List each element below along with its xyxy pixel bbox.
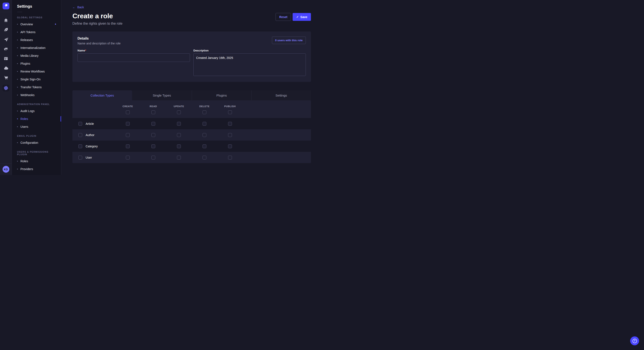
permission-checkbox-delete[interactable] [202, 133, 206, 137]
rail-divider [0, 12, 12, 12]
sidebar-item-internationalization[interactable]: Internationalization [12, 44, 61, 52]
home-nav-button[interactable] [4, 18, 8, 23]
gear-icon [4, 86, 8, 90]
notification-dot [55, 24, 56, 25]
bullet-icon [17, 126, 18, 127]
tab-collection-types[interactable]: Collection Types [72, 90, 132, 100]
home-icon [4, 18, 8, 22]
permission-checkbox-update[interactable] [177, 133, 181, 137]
sidebar-item-webhooks[interactable]: Webhooks [12, 91, 61, 99]
bullet-icon [17, 55, 18, 56]
permission-checkbox-create[interactable] [126, 156, 130, 160]
bullet-icon [17, 118, 18, 119]
select-all-publish-checkbox[interactable] [228, 110, 232, 114]
permission-checkbox-create[interactable] [126, 133, 130, 137]
select-all-update-checkbox[interactable] [177, 110, 181, 114]
permission-checkbox-delete[interactable] [202, 156, 206, 160]
permission-checkbox-publish[interactable] [228, 156, 232, 160]
sidebar-item-roles-admin[interactable]: Roles [12, 115, 61, 123]
main-nav-rail: KD [0, 0, 12, 175]
permission-checkbox-delete[interactable] [202, 122, 206, 126]
sidebar-item-media-library[interactable]: Media Library [12, 52, 61, 59]
details-card-subtitle: Name and description of the role [78, 42, 120, 45]
row-label: Article [86, 122, 94, 126]
sidebar-item-transfer-tokens[interactable]: Transfer Tokens [12, 83, 61, 91]
permission-checkbox-publish[interactable] [228, 133, 232, 137]
sidebar-item-audit-logs[interactable]: Audit Logs [12, 107, 61, 115]
reset-button[interactable]: Reset [276, 13, 291, 21]
media-library-nav-button[interactable] [4, 46, 8, 51]
active-item-indicator [60, 116, 61, 122]
sidebar-item-configuration[interactable]: Configuration [12, 139, 61, 147]
sidebar-item-roles-up[interactable]: Roles [12, 157, 61, 165]
sidebar-item-releases[interactable]: Releases [12, 36, 61, 44]
column-header-delete: DELETE [192, 105, 217, 108]
paper-plane-icon [4, 37, 8, 42]
users-with-role-button[interactable]: 0 users with this role [272, 37, 306, 44]
strapi-logo-icon [4, 3, 8, 9]
bullet-icon [17, 95, 18, 95]
select-all-create-checkbox[interactable] [126, 110, 130, 114]
details-card-title: Details [78, 37, 120, 40]
page-title-block: Create a role Define the rights given to… [72, 12, 122, 25]
content-nav-button[interactable] [4, 27, 8, 32]
row-select-checkbox[interactable] [78, 122, 82, 126]
bullet-icon [17, 63, 18, 64]
save-button[interactable]: ✓ Save [292, 13, 311, 21]
cart-icon [4, 75, 8, 80]
column-header-read: READ [140, 105, 166, 108]
tab-single-types[interactable]: Single Types [132, 90, 192, 100]
sidebar-item-providers[interactable]: Providers [12, 165, 61, 173]
permission-checkbox-publish[interactable] [228, 122, 232, 126]
column-header-create: CREATE [115, 105, 140, 108]
feather-icon [4, 27, 8, 32]
permission-checkbox-update[interactable] [177, 122, 181, 126]
row-select-checkbox[interactable] [78, 133, 82, 137]
marketplace-nav-button[interactable] [4, 75, 8, 80]
settings-nav-button[interactable] [2, 85, 9, 91]
tab-settings[interactable]: Settings [251, 90, 311, 100]
permission-checkbox-update[interactable] [177, 156, 181, 160]
layout-icon [4, 56, 8, 61]
sidebar-item-api-tokens[interactable]: API Tokens [12, 28, 61, 36]
tab-plugins[interactable]: Plugins [192, 90, 251, 100]
row-select-checkbox[interactable] [78, 156, 82, 160]
strapi-logo[interactable] [2, 2, 9, 9]
permission-checkbox-update[interactable] [177, 144, 181, 148]
name-field-group: Name* [78, 49, 190, 77]
sidebar-item-review-workflows[interactable]: Review Workflows [12, 67, 61, 75]
permission-checkbox-create[interactable] [126, 122, 130, 126]
content-type-builder-nav-button[interactable] [4, 56, 8, 61]
row-select-checkbox[interactable] [78, 144, 82, 148]
select-all-read-checkbox[interactable] [152, 110, 155, 114]
cloud-nav-button[interactable] [4, 65, 8, 71]
description-field-label: Description [193, 49, 306, 52]
permission-checkbox-create[interactable] [126, 144, 130, 148]
bullet-icon [17, 169, 18, 170]
bullet-icon [17, 142, 18, 143]
user-avatar[interactable]: KD [2, 166, 9, 173]
sidebar-item-users-admin[interactable]: Users [12, 123, 61, 131]
permission-checkbox-publish[interactable] [228, 144, 232, 148]
permission-checkbox-read[interactable] [152, 144, 155, 148]
permissions-tabs: Collection Types Single Types Plugins Se… [72, 90, 311, 100]
sidebar-item-plugins[interactable]: Plugins [12, 59, 61, 67]
check-icon: ✓ [296, 15, 298, 18]
back-link[interactable]: ← Back [72, 5, 84, 9]
column-header-update: UPDATE [166, 105, 192, 108]
sidebar-item-overview[interactable]: Overview [12, 20, 61, 28]
sidebar-item-single-sign-on[interactable]: Single Sign-On [12, 75, 61, 83]
section-heading-administration-panel: ADMINISTRATION PANEL [12, 99, 61, 107]
description-field[interactable]: Created January 16th, 2025 [193, 53, 306, 76]
permissions-rows: Article Author [72, 118, 311, 163]
select-all-delete-checkbox[interactable] [202, 110, 206, 114]
content-type-row-category: Category [72, 141, 311, 152]
bullet-icon [17, 161, 18, 162]
permission-checkbox-read[interactable] [152, 133, 155, 137]
bullet-icon [17, 71, 18, 72]
name-field[interactable] [78, 53, 190, 62]
permission-checkbox-read[interactable] [152, 122, 155, 126]
permission-checkbox-read[interactable] [152, 156, 155, 160]
permission-checkbox-delete[interactable] [202, 144, 206, 148]
releases-nav-button[interactable] [4, 37, 8, 42]
